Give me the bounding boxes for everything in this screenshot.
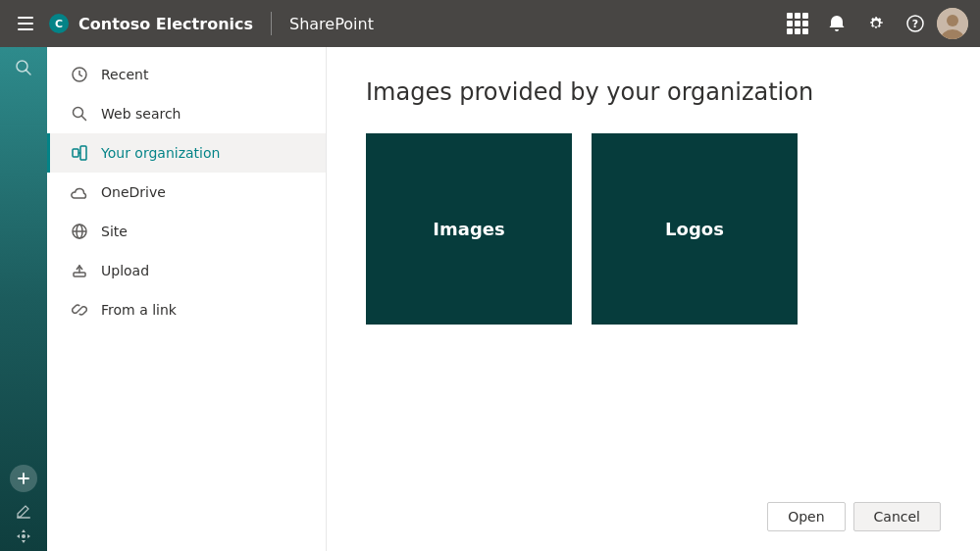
image-grid: Images Logos — [366, 133, 941, 325]
cancel-button[interactable]: Cancel — [853, 502, 941, 531]
left-panel — [0, 47, 47, 551]
logos-tile-label: Logos — [665, 219, 724, 239]
svg-point-8 — [947, 15, 958, 26]
move-icon — [15, 527, 32, 545]
settings-button[interactable] — [858, 6, 894, 41]
sidebar-item-recent-label: Recent — [101, 67, 148, 82]
svg-rect-20 — [80, 146, 86, 160]
clock-icon — [70, 65, 89, 84]
notifications-button[interactable] — [819, 6, 854, 41]
sidebar: Recent Web search Your organization — [47, 47, 327, 551]
brand-icon: C — [47, 12, 71, 35]
sidebar-item-site-label: Site — [101, 224, 128, 239]
search-icon — [15, 59, 32, 76]
help-button[interactable]: ? — [898, 6, 933, 41]
edit-icon — [15, 504, 32, 522]
waffle-icon — [787, 13, 808, 34]
link-icon — [70, 300, 89, 320]
svg-point-15 — [22, 534, 26, 538]
content-area: Images provided by your organization Ima… — [327, 47, 980, 551]
org-icon — [70, 143, 89, 163]
brand-name: Contoso Electronics — [78, 15, 253, 33]
cloud-icon — [70, 182, 89, 202]
gear-icon — [867, 15, 885, 32]
sidebar-item-upload[interactable]: Upload — [47, 251, 326, 290]
sidebar-item-site[interactable]: Site — [47, 212, 326, 251]
sidebar-item-your-organization[interactable]: Your organization — [47, 133, 326, 173]
images-tile[interactable]: Images — [366, 133, 572, 325]
web-search-icon — [70, 104, 89, 124]
sidebar-item-recent[interactable]: Recent — [47, 55, 326, 94]
left-search-area — [0, 59, 47, 76]
brand-logo-area: C Contoso Electronics — [47, 12, 253, 35]
globe-icon — [70, 222, 89, 241]
add-icon — [10, 465, 37, 492]
sidebar-item-web-search[interactable]: Web search — [47, 94, 326, 133]
left-edit-area[interactable] — [0, 504, 47, 522]
svg-line-27 — [77, 308, 81, 312]
images-tile-label: Images — [433, 219, 504, 239]
user-avatar[interactable] — [937, 8, 968, 39]
nav-divider — [271, 12, 272, 35]
sidebar-item-onedrive[interactable]: OneDrive — [47, 173, 326, 212]
main-layout: Recent Web search Your organization — [0, 47, 980, 551]
sidebar-item-from-a-link[interactable]: From a link — [47, 290, 326, 329]
upload-icon — [70, 261, 89, 280]
logos-tile[interactable]: Logos — [592, 133, 798, 325]
svg-rect-0 — [18, 17, 33, 19]
top-navigation: C Contoso Electronics SharePoint — [0, 0, 980, 47]
nav-icons-group: ? — [780, 6, 968, 41]
hamburger-menu[interactable] — [12, 11, 39, 36]
sidebar-item-onedrive-label: OneDrive — [101, 184, 166, 200]
svg-rect-2 — [18, 28, 33, 30]
content-title: Images provided by your organization — [366, 78, 941, 106]
sidebar-item-from-a-link-label: From a link — [101, 302, 177, 318]
open-button[interactable]: Open — [767, 502, 845, 531]
sidebar-item-your-organization-label: Your organization — [101, 145, 220, 161]
svg-text:?: ? — [912, 18, 918, 30]
bell-icon — [828, 15, 846, 32]
svg-line-11 — [26, 71, 31, 75]
sidebar-item-upload-label: Upload — [101, 263, 149, 278]
svg-line-18 — [82, 117, 86, 121]
sidebar-item-web-search-label: Web search — [101, 106, 181, 122]
svg-rect-1 — [18, 23, 33, 25]
waffle-button[interactable] — [780, 6, 815, 41]
svg-text:C: C — [55, 18, 63, 30]
left-move-area[interactable] — [0, 527, 47, 545]
help-icon: ? — [906, 15, 924, 32]
product-name: SharePoint — [289, 15, 374, 33]
svg-rect-19 — [73, 149, 78, 157]
content-footer: Open Cancel — [366, 482, 941, 531]
left-add-area[interactable] — [0, 465, 47, 492]
